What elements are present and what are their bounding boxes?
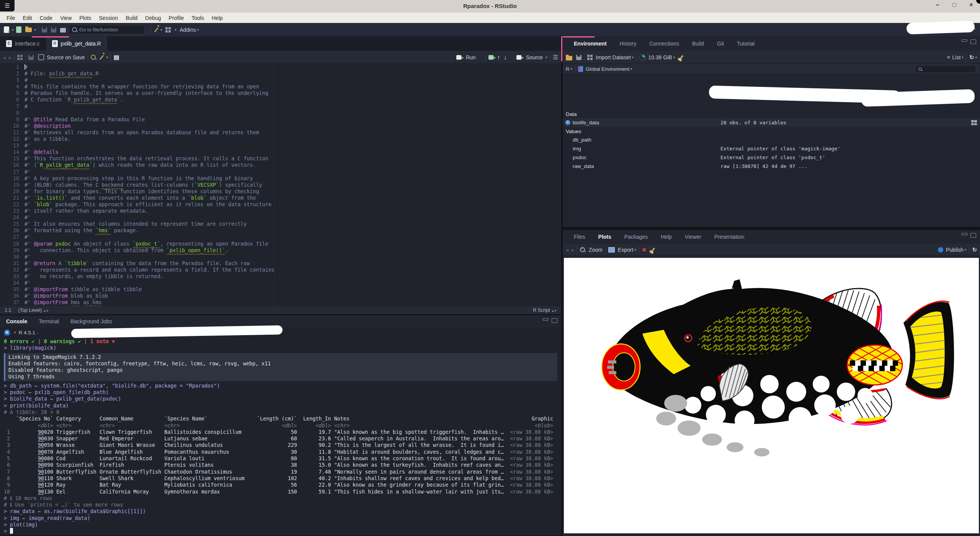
menu-edit[interactable]: Edit xyxy=(20,14,36,22)
console-prompt[interactable]: > xyxy=(4,528,561,534)
menu-debug[interactable]: Debug xyxy=(142,14,164,22)
clear-plots-icon[interactable] xyxy=(651,247,655,252)
maximize-pane-icon[interactable] xyxy=(552,318,557,323)
close-button[interactable]: × xyxy=(968,2,975,8)
menu-tools[interactable]: Tools xyxy=(188,14,207,22)
compile-report-icon[interactable]: ▤ xyxy=(114,54,119,61)
refresh-icon[interactable]: ↻ xyxy=(969,54,974,61)
environment-object-db_path[interactable]: db_path xyxy=(563,135,980,144)
global-environment-selector[interactable]: Global Environment xyxy=(586,66,629,72)
forward-icon[interactable]: ▸ xyxy=(9,54,11,60)
console-tab-console[interactable]: Console xyxy=(6,318,27,324)
source-button[interactable]: Source xyxy=(526,54,543,60)
memory-usage-label[interactable]: 10.38 GiB xyxy=(648,54,672,60)
menu-build[interactable]: Build xyxy=(122,14,141,22)
list-view-icon[interactable]: ≡ xyxy=(947,54,950,60)
menu-view[interactable]: View xyxy=(57,14,75,22)
editor-tab-interface.c[interactable]: Cinterface.c xyxy=(0,36,46,51)
minimize-button[interactable]: – xyxy=(934,2,941,8)
language-selector[interactable]: R xyxy=(566,66,569,72)
code-tools-icon[interactable] xyxy=(100,55,104,60)
pane-divider[interactable] xyxy=(563,227,980,230)
new-file-icon[interactable] xyxy=(4,26,9,33)
goto-file-input[interactable]: Go to file/function xyxy=(69,25,145,34)
save-all-icon[interactable] xyxy=(51,27,56,33)
menu-file[interactable]: File xyxy=(3,14,19,22)
plots-tab-plots[interactable]: Plots xyxy=(593,231,617,242)
find-icon[interactable] xyxy=(91,55,96,60)
minimize-pane-icon[interactable] xyxy=(962,233,967,235)
publish-button[interactable]: Publish xyxy=(946,247,964,253)
previous-plot-icon[interactable]: ◂ xyxy=(566,247,568,253)
rerun-icon[interactable] xyxy=(488,55,493,60)
workspace-panes-icon[interactable] xyxy=(165,27,171,33)
run-button[interactable]: Run xyxy=(466,54,476,60)
environment-tab-git[interactable]: Git xyxy=(711,38,730,49)
import-dataset-button[interactable]: Import Dataset xyxy=(596,54,631,60)
next-plot-icon[interactable]: ▸ xyxy=(572,247,574,253)
save-file-icon[interactable] xyxy=(28,55,34,60)
plots-tab-help[interactable]: Help xyxy=(655,231,678,242)
remove-plot-icon[interactable]: ✖ xyxy=(642,247,647,253)
code-line-text: # C function `R_pxlib_get_data`. xyxy=(24,96,123,103)
menu-help[interactable]: Help xyxy=(208,14,226,22)
console-tab-terminal[interactable]: Terminal xyxy=(39,318,59,324)
environment-object-pxdoc[interactable]: pxdocExternal pointer of class 'pxdoc_t' xyxy=(563,153,980,162)
addins-button[interactable]: Addins xyxy=(180,27,196,33)
back-icon[interactable]: ◂ xyxy=(3,54,6,60)
export-button[interactable]: Export xyxy=(618,247,633,253)
plots-tab-packages[interactable]: Packages xyxy=(619,231,653,242)
refresh-plot-icon[interactable]: ↻ xyxy=(972,246,977,253)
editor-tab-pxlib_get_data.R[interactable]: Rpxlib_get_data.R xyxy=(46,36,107,51)
zoom-button[interactable]: Zoom xyxy=(589,247,603,253)
menu-session[interactable]: Session xyxy=(95,14,121,22)
code-editor[interactable]: 1#2# File: pxlib_get_data.R3#4# This fil… xyxy=(0,64,561,306)
filetype-selector[interactable]: R Script ▲▼ xyxy=(533,308,557,313)
tools-icon[interactable] xyxy=(154,27,158,32)
console-tab-background-jobs[interactable]: Background Jobs xyxy=(70,318,112,324)
run-icon[interactable] xyxy=(456,55,461,60)
source-icon[interactable] xyxy=(516,55,521,60)
clear-objects-icon[interactable] xyxy=(679,55,683,59)
run-down-icon[interactable]: ↓ xyxy=(504,54,507,60)
environment-tab-environment[interactable]: Environment xyxy=(568,38,612,49)
maximize-pane-icon[interactable] xyxy=(970,39,976,44)
code-line: 24#' xyxy=(0,214,561,221)
environment-tab-build[interactable]: Build xyxy=(686,38,710,49)
document-outline-icon[interactable]: ☰ xyxy=(553,54,558,61)
view-table-icon[interactable] xyxy=(971,120,977,125)
r-logo-icon[interactable]: R xyxy=(4,329,10,336)
minimize-pane-icon[interactable] xyxy=(962,39,967,42)
plots-tab-presentation[interactable]: Presentation xyxy=(709,231,750,242)
menu-profile[interactable]: Profile xyxy=(165,14,188,22)
maximize-pane-icon[interactable] xyxy=(970,233,976,238)
import-dataset-icon[interactable] xyxy=(587,55,593,60)
environment-object-img[interactable]: imgExternal pointer of class 'magick-ima… xyxy=(563,144,980,153)
console-output[interactable]: 0 errors ✔ | 0 warnings ✔ | 1 note ✖> li… xyxy=(0,337,561,535)
plots-tab-files[interactable]: Files xyxy=(568,231,591,242)
plots-tab-viewer[interactable]: Viewer xyxy=(679,231,707,242)
menu-plots[interactable]: Plots xyxy=(76,14,95,22)
open-file-icon[interactable] xyxy=(25,28,32,32)
popout-icon[interactable] xyxy=(17,55,23,60)
source-on-save-checkbox[interactable] xyxy=(38,54,44,60)
environment-object-biolife_data[interactable]: biolife_data28 obs. of 8 variables xyxy=(563,118,980,127)
maximize-button[interactable]: □ xyxy=(951,2,958,8)
menu-code[interactable]: Code xyxy=(36,14,56,22)
source-on-save-label: Source on Save xyxy=(47,54,85,60)
minimize-pane-icon[interactable] xyxy=(543,318,549,321)
load-workspace-icon[interactable] xyxy=(566,56,572,60)
run-up-icon[interactable]: ↑ xyxy=(497,54,500,60)
environment-search-input[interactable] xyxy=(915,65,976,73)
save-workspace-icon[interactable] xyxy=(576,55,581,60)
environment-tab-connections[interactable]: Connections xyxy=(644,38,685,49)
new-project-icon[interactable] xyxy=(16,26,21,33)
environment-object-raw_data[interactable]: raw_dataraw [1:38878] 42 4d de 97 ... xyxy=(563,162,980,171)
print-icon[interactable] xyxy=(60,28,66,33)
environment-tab-history[interactable]: History xyxy=(614,38,642,49)
list-view-button[interactable]: List xyxy=(952,54,961,60)
environment-tab-tutorial[interactable]: Tutorial xyxy=(731,38,760,49)
save-icon[interactable] xyxy=(42,27,47,33)
scope-selector[interactable]: (Top Level) ▲▼ xyxy=(18,308,48,313)
zoom-plot-icon[interactable] xyxy=(580,247,585,252)
